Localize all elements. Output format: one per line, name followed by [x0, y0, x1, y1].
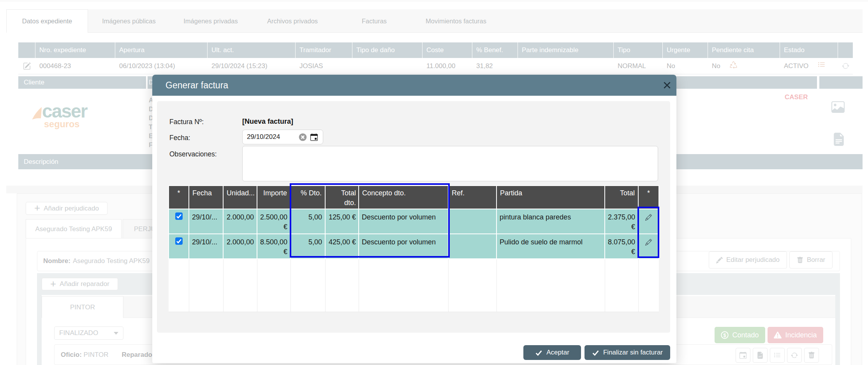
aceptar-button[interactable]: Aceptar — [523, 345, 581, 360]
factura-col-partida: Partida — [497, 186, 605, 209]
finalizar-sin-facturar-button[interactable]: Finalizar sin facturar — [585, 345, 670, 360]
check-icon — [535, 349, 542, 356]
line-cell-importe: 8.500,00 € — [257, 234, 291, 259]
line-cell-total-dto: 125,00 € — [325, 209, 359, 234]
factura-label: Factura Nº: — [169, 118, 204, 126]
modal-form-panel: Factura Nº: [Nueva factura] Fecha: 29/10… — [157, 101, 670, 333]
factura-line-row: 29/10/... 2.000,00 2.500,00 € 5,00 125,0… — [169, 209, 659, 234]
line-cell-partida: Pulido de suelo de marmol — [497, 234, 605, 259]
empty-table-area — [169, 259, 659, 312]
observaciones-label: Observaciones: — [169, 150, 217, 158]
check-icon — [176, 213, 182, 219]
line-cell-total-dto: 425,00 € — [325, 234, 359, 259]
clear-date-icon[interactable] — [299, 133, 307, 141]
line-cell-ref — [448, 209, 497, 234]
line-cell-concepto: Descuento por volumen — [359, 209, 448, 234]
factura-table-header-row: * Fecha Unidad... Importe % Dto. Total d… — [169, 186, 659, 209]
check-icon — [176, 238, 182, 244]
line-cell-partida: pintura blanca paredes — [497, 209, 605, 234]
button-label: Finalizar sin facturar — [603, 349, 663, 356]
line-cell-unidades: 2.000,00 — [223, 209, 257, 234]
factura-col-total-dto: Total dto. — [325, 186, 359, 209]
factura-col-dto: % Dto. — [291, 186, 325, 209]
factura-col-importe: Importe — [257, 186, 291, 209]
factura-col-total: Total — [605, 186, 638, 209]
modal-title: Generar factura — [166, 80, 228, 91]
line-cell-total: 2.375,00 € — [605, 209, 638, 234]
factura-col-sel: * — [169, 186, 189, 209]
generar-factura-modal: Generar factura Factura Nº: [Nueva factu… — [152, 75, 676, 363]
line-cell-unidades: 2.000,00 — [223, 234, 257, 259]
edit-line-icon[interactable] — [645, 239, 652, 246]
observaciones-textarea[interactable] — [242, 146, 658, 181]
calendar-icon[interactable] — [310, 133, 318, 141]
line-cell-dto: 5,00 — [291, 209, 325, 234]
line-cell-ref — [448, 234, 497, 259]
row-checkbox[interactable] — [175, 237, 183, 245]
line-cell-dto: 5,00 — [291, 234, 325, 259]
row-checkbox[interactable] — [175, 212, 183, 220]
close-icon[interactable] — [661, 79, 673, 91]
factura-line-row: 29/10/... 2.000,00 8.500,00 € 5,00 425,0… — [169, 234, 659, 259]
factura-col-fecha: Fecha — [189, 186, 223, 209]
button-label: Aceptar — [546, 349, 569, 356]
factura-col-concepto: Concepto dto. — [359, 186, 448, 209]
factura-value: [Nueva factura] — [242, 118, 293, 126]
factura-lines-table: * Fecha Unidad... Importe % Dto. Total d… — [168, 185, 659, 312]
line-cell-total: 8.075,00 € — [605, 234, 638, 259]
check-icon — [592, 349, 599, 356]
fecha-input[interactable]: 29/10/2024 — [242, 130, 323, 144]
factura-col-unidades: Unidad... — [223, 186, 257, 209]
factura-col-edit: * — [638, 186, 659, 209]
fecha-value: 29/10/2024 — [247, 133, 280, 141]
line-cell-concepto: Descuento por volumen — [359, 234, 448, 259]
modal-header: Generar factura — [152, 75, 676, 96]
line-cell-importe: 2.500,00 € — [257, 209, 291, 234]
factura-col-ref: Ref. — [448, 186, 497, 209]
line-cell-fecha: 29/10/... — [189, 234, 223, 259]
edit-line-icon[interactable] — [645, 214, 652, 221]
line-cell-fecha: 29/10/... — [189, 209, 223, 234]
fecha-label: Fecha: — [169, 134, 190, 142]
